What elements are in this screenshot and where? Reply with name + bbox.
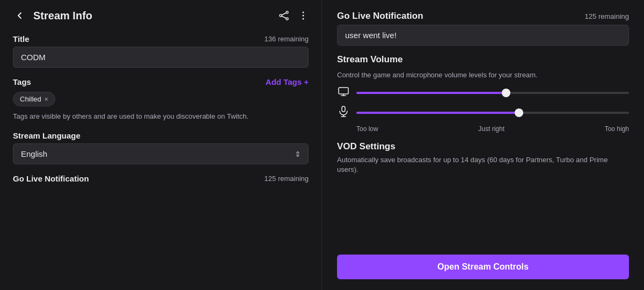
tag-chip-chilled: Chilled × xyxy=(13,92,55,106)
title-input[interactable] xyxy=(13,47,309,68)
svg-rect-8 xyxy=(339,88,348,94)
title-header: Title 136 remaining xyxy=(13,34,309,44)
share-button[interactable] xyxy=(279,10,289,21)
language-section: Stream Language English Spanish French G… xyxy=(13,131,309,164)
go-live-notif-title: Go Live Notification xyxy=(337,11,423,21)
label-too-high: Too high xyxy=(605,125,629,133)
stream-volume-desc: Control the game and microphone volume l… xyxy=(337,70,629,80)
tags-section: Tags Add Tags + Chilled × Tags are visib… xyxy=(13,77,309,121)
svg-rect-12 xyxy=(342,106,345,112)
header-actions xyxy=(279,10,309,21)
tags-hint: Tags are visible by others and are used … xyxy=(13,112,309,121)
back-button[interactable] xyxy=(13,9,27,23)
tags-list: Chilled × xyxy=(13,92,309,106)
go-live-notif-counter: 125 remaining xyxy=(585,12,629,20)
language-select[interactable]: English Spanish French German Japanese K… xyxy=(13,143,309,164)
right-panel: Go Live Notification 125 remaining Strea… xyxy=(322,0,644,290)
more-options-button[interactable] xyxy=(298,10,309,21)
mic-volume-row xyxy=(337,105,629,120)
page-title: Stream Info xyxy=(33,10,272,22)
language-label: Stream Language xyxy=(13,131,80,140)
vod-desc: Automatically save broadcasts for up to … xyxy=(337,155,629,175)
game-volume-row xyxy=(337,85,629,100)
svg-point-6 xyxy=(303,15,304,17)
mic-icon xyxy=(337,105,350,120)
game-volume-slider[interactable] xyxy=(356,92,629,94)
left-panel: Stream Info Title xyxy=(0,0,322,290)
tag-name: Chilled xyxy=(20,95,41,103)
slider-labels: Too low Just right Too high xyxy=(337,125,629,133)
open-stream-controls-button[interactable]: Open Stream Controls xyxy=(337,255,629,279)
tags-label: Tags xyxy=(13,77,31,86)
go-live-notif-header: Go Live Notification 125 remaining xyxy=(337,11,629,21)
go-live-notif-input[interactable] xyxy=(337,25,629,46)
go-live-row-left: Go Live Notification 125 remaining xyxy=(13,174,309,183)
label-too-low: Too low xyxy=(356,125,378,133)
stream-volume-title: Stream Volume xyxy=(337,54,629,65)
go-live-notif-section: Go Live Notification 125 remaining xyxy=(337,11,629,46)
title-section: Title 136 remaining xyxy=(13,34,309,68)
svg-line-4 xyxy=(282,16,286,18)
svg-line-3 xyxy=(282,13,286,15)
stream-volume-section: Stream Volume Control the game and micro… xyxy=(337,54,629,133)
svg-point-1 xyxy=(280,15,282,17)
go-live-label-left: Go Live Notification xyxy=(13,174,89,183)
language-select-wrapper: English Spanish French German Japanese K… xyxy=(13,143,309,164)
title-label: Title xyxy=(13,34,30,44)
stream-info-header: Stream Info xyxy=(13,9,309,25)
tags-header: Tags Add Tags + xyxy=(13,77,309,86)
add-tags-button[interactable]: Add Tags + xyxy=(266,77,309,86)
svg-point-0 xyxy=(286,11,288,13)
label-just-right: Just right xyxy=(478,125,504,133)
svg-point-5 xyxy=(303,12,304,13)
title-counter: 136 remaining xyxy=(265,35,309,43)
vod-title: VOD Settings xyxy=(337,141,629,152)
vod-section: VOD Settings Automatically save broadcas… xyxy=(337,141,629,175)
tag-remove-button[interactable]: × xyxy=(45,96,48,103)
game-icon xyxy=(337,85,350,100)
mic-volume-slider[interactable] xyxy=(356,112,629,114)
svg-point-7 xyxy=(303,18,304,20)
go-live-counter-left: 125 remaining xyxy=(265,175,309,183)
language-header: Stream Language xyxy=(13,131,309,140)
svg-point-2 xyxy=(286,18,288,20)
